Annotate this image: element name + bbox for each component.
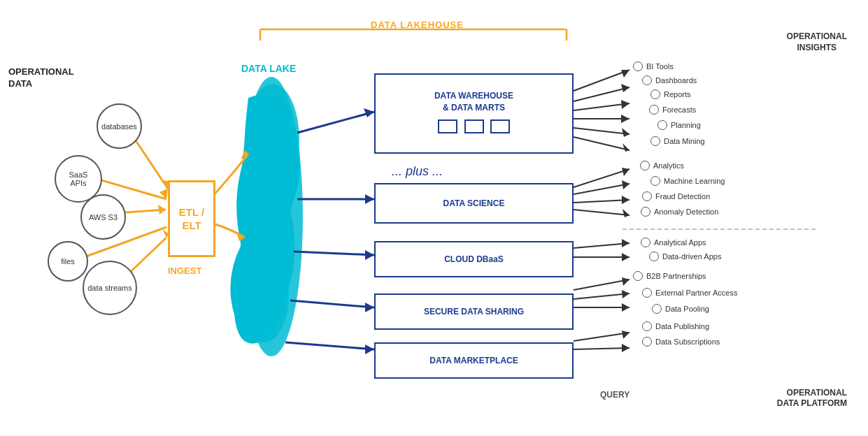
- svg-marker-61: [622, 344, 629, 352]
- svg-marker-43: [622, 180, 629, 189]
- data-driven-apps-circle: [649, 252, 659, 261]
- svg-marker-19: [364, 108, 374, 117]
- files-circle: files: [48, 241, 88, 282]
- insight-data-subscriptions: Data Subscriptions: [642, 337, 720, 347]
- svg-line-48: [574, 243, 629, 248]
- aws-s3-circle: AWS S3: [80, 194, 126, 240]
- svg-marker-17: [236, 232, 245, 241]
- svg-point-0: [240, 77, 303, 356]
- svg-marker-47: [622, 209, 629, 217]
- svg-line-22: [294, 252, 374, 255]
- svg-marker-41: [622, 168, 629, 176]
- svg-marker-23: [365, 250, 374, 260]
- svg-marker-37: [622, 128, 629, 137]
- data-lake-label: DATA LAKE: [241, 63, 296, 74]
- insight-anomaly-detection: Anomaly Detection: [641, 207, 718, 217]
- data-subscriptions-circle: [642, 337, 652, 347]
- insight-reports: Reports: [650, 89, 691, 99]
- anomaly-detection-circle: [641, 207, 650, 217]
- insight-data-publishing: Data Publishing: [642, 321, 709, 331]
- forecasts-circle: [649, 105, 659, 115]
- mini-box-1: [438, 119, 457, 133]
- svg-line-52: [574, 279, 629, 290]
- svg-marker-27: [365, 344, 374, 354]
- etl-box: ETL / ELT: [168, 180, 215, 257]
- svg-marker-16: [241, 150, 248, 159]
- svg-line-46: [574, 210, 629, 215]
- svg-line-36: [574, 128, 629, 134]
- fraud-detection-circle: [642, 191, 652, 201]
- svg-line-24: [290, 300, 374, 307]
- insight-machine-learning: Machine Learning: [650, 176, 725, 186]
- svg-marker-49: [622, 239, 629, 247]
- bi-tools-circle: [633, 61, 643, 71]
- svg-line-44: [574, 200, 629, 203]
- insight-data-pooling: Data Pooling: [652, 304, 709, 314]
- query-label: QUERY: [600, 390, 629, 400]
- data-science-box: DATA SCIENCE: [374, 183, 574, 224]
- svg-marker-21: [365, 194, 374, 204]
- insight-bi-tools: BI Tools: [633, 61, 674, 71]
- insight-planning: Planning: [657, 120, 701, 130]
- data-lakehouse-label: DATA LAKEHOUSE: [371, 20, 464, 30]
- svg-marker-29: [621, 70, 629, 78]
- svg-line-32: [574, 103, 629, 110]
- svg-marker-33: [621, 100, 629, 109]
- svg-marker-53: [622, 277, 629, 286]
- insight-fraud-detection: Fraud Detection: [642, 191, 710, 201]
- svg-point-2: [240, 245, 289, 342]
- svg-marker-31: [621, 84, 629, 92]
- svg-marker-55: [622, 290, 629, 298]
- b2b-circle: [633, 271, 643, 281]
- data-publishing-circle: [642, 321, 652, 331]
- svg-marker-25: [365, 303, 374, 312]
- data-warehouse-box: DATA WAREHOUSE & DATA MARTS: [374, 73, 574, 154]
- svg-marker-35: [621, 115, 629, 123]
- plus-label: ... plus ...: [392, 164, 443, 179]
- operational-insights-title: OPERATIONAL INSIGHTS: [787, 31, 847, 53]
- insight-analytics: Analytics: [640, 161, 684, 170]
- svg-line-18: [297, 112, 374, 133]
- analytical-apps-circle: [641, 238, 650, 247]
- operational-data-title: OPERATIONAL DATA: [8, 66, 74, 90]
- svg-line-30: [574, 87, 629, 101]
- diagram-container: OPERATIONAL DATA databases SaaS APIs AWS…: [0, 0, 868, 436]
- data-streams-circle: data streams: [83, 261, 137, 315]
- insight-data-mining: Data Mining: [650, 136, 705, 146]
- insight-forecasts: Forecasts: [649, 105, 696, 115]
- svg-point-1: [246, 84, 299, 196]
- databases-circle: databases: [97, 103, 142, 149]
- svg-line-58: [574, 333, 629, 341]
- mini-box-2: [464, 119, 484, 133]
- svg-line-40: [574, 169, 629, 187]
- op-platform-label: OPERATIONAL DATA PLATFORM: [777, 388, 847, 409]
- ingest-label: INGEST: [168, 266, 201, 276]
- svg-marker-11: [158, 205, 166, 215]
- insight-analytical-apps: Analytical Apps: [641, 238, 706, 247]
- insight-data-driven-apps: Data-driven Apps: [649, 252, 721, 261]
- dashboards-circle: [642, 75, 652, 85]
- analytics-circle: [640, 161, 650, 170]
- cloud-dbaas-box: CLOUD DBaaS: [374, 241, 574, 277]
- mini-box-3: [490, 119, 510, 133]
- data-pooling-circle: [652, 304, 662, 314]
- svg-line-42: [574, 184, 629, 194]
- svg-line-60: [574, 348, 629, 349]
- reports-circle: [650, 89, 660, 99]
- data-marketplace-box: DATA MARKETPLACE: [374, 342, 574, 379]
- svg-line-38: [574, 137, 629, 150]
- svg-marker-39: [622, 143, 629, 152]
- insight-b2b: B2B Partnerships: [633, 271, 706, 281]
- external-partner-circle: [642, 288, 652, 298]
- svg-marker-45: [622, 196, 629, 204]
- secure-data-sharing-box: SECURE DATA SHARING: [374, 293, 574, 330]
- svg-line-28: [574, 70, 629, 91]
- svg-marker-13: [161, 220, 168, 229]
- insight-external-partner: External Partner Access: [642, 288, 737, 298]
- svg-marker-9: [159, 189, 168, 199]
- svg-marker-51: [622, 253, 629, 261]
- machine-learning-circle: [650, 176, 660, 186]
- svg-marker-59: [622, 330, 629, 339]
- data-mining-circle: [650, 136, 660, 146]
- mini-boxes-row: [436, 119, 512, 137]
